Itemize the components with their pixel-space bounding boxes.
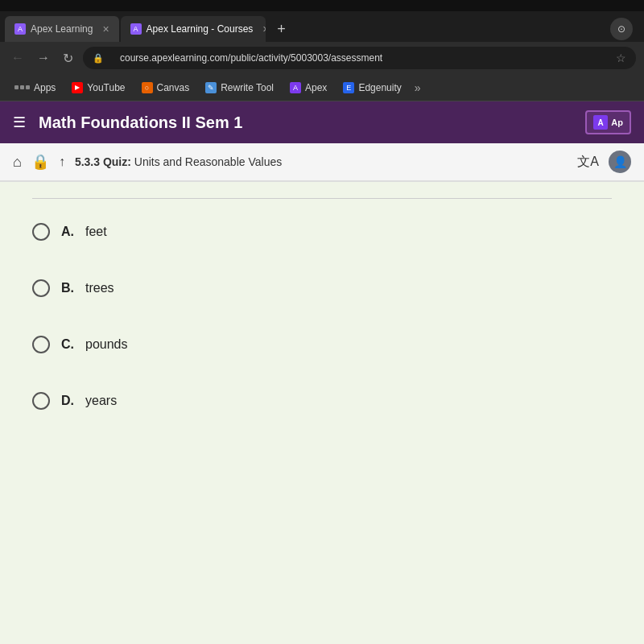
upload-icon[interactable]: ↑ [59, 155, 65, 169]
answer-option-b: B. trees [32, 279, 612, 297]
quiz-type: Quiz: [103, 155, 134, 168]
answer-label-d: D. [61, 394, 74, 408]
forward-button[interactable]: → [34, 49, 53, 67]
bookmark-canvas[interactable]: ○ Canvas [135, 80, 196, 96]
tab-label-1: Apex Learning [31, 23, 93, 35]
answer-option-a: A. feet [32, 223, 612, 241]
new-tab-button[interactable]: + [270, 18, 293, 40]
tab-close-2[interactable]: × [262, 23, 265, 35]
more-bookmarks-button[interactable]: » [415, 81, 421, 94]
refresh-button[interactable]: ↻ [60, 49, 76, 68]
tab-label-2: Apex Learning - Courses [147, 23, 254, 35]
home-icon[interactable]: ⌂ [13, 154, 22, 171]
bookmark-apps-label: Apps [34, 82, 56, 93]
radio-c[interactable] [32, 336, 50, 353]
bookmark-edgenuity[interactable]: E Edgenuity [336, 80, 407, 96]
apex-icon: A [290, 82, 301, 93]
tab-apex-learning[interactable]: A Apex Learning × [5, 16, 119, 42]
radio-a[interactable] [32, 223, 50, 241]
quiz-content: A. feet B. trees C. pounds D. years [0, 182, 644, 644]
lock-icon: 🔒 [93, 53, 104, 64]
quiz-header: ⌂ 🔒 ↑ 5.3.3 Quiz: Units and Reasonable V… [0, 143, 644, 182]
answer-text-a[interactable]: feet [85, 225, 107, 239]
bookmark-apex[interactable]: A Apex [283, 80, 333, 96]
apex-header: ☰ Math Foundations II Sem 1 A Ap [0, 101, 644, 143]
course-title: Math Foundations II Sem 1 [39, 114, 585, 132]
canvas-icon: ○ [142, 82, 153, 93]
address-bar: ← → ↻ 🔒 ☆ [0, 42, 644, 74]
answer-text-c[interactable]: pounds [85, 337, 128, 352]
radio-b[interactable] [32, 279, 50, 297]
answer-label-a: A. [61, 225, 74, 239]
tab-bar: A Apex Learning × A Apex Learning - Cour… [0, 11, 644, 42]
hamburger-menu[interactable]: ☰ [13, 114, 26, 131]
quiz-title: 5.3.3 Quiz: Units and Reasonable Values [75, 155, 568, 168]
apex-logo-icon: A [593, 115, 608, 130]
bookmark-youtube[interactable]: ▶ YouTube [65, 80, 131, 96]
apex-logo: A Ap [585, 110, 631, 134]
star-icon[interactable]: ☆ [616, 52, 626, 64]
edgenuity-icon: E [343, 82, 354, 93]
content-divider [32, 198, 612, 199]
bookmark-edgenuity-label: Edgenuity [358, 82, 401, 93]
tab-apex-courses[interactable]: A Apex Learning - Courses × [121, 16, 266, 42]
bookmark-canvas-label: Canvas [157, 82, 190, 93]
back-button[interactable]: ← [8, 49, 27, 67]
answer-label-b: B. [61, 281, 74, 295]
answer-text-d[interactable]: years [85, 394, 117, 408]
apex-logo-text: Ap [611, 118, 623, 127]
svg-text:A: A [598, 118, 604, 127]
bookmark-apex-label: Apex [305, 82, 327, 93]
account-icon[interactable]: ⊙ [610, 18, 633, 40]
lock-nav-icon: 🔒 [31, 153, 49, 171]
youtube-icon: ▶ [72, 82, 83, 93]
bookmarks-bar: Apps ▶ YouTube ○ Canvas ✎ Rewrite Tool A… [0, 74, 644, 101]
radio-d[interactable] [32, 392, 50, 410]
top-overlay [0, 0, 644, 11]
answer-label-c: C. [61, 337, 74, 352]
bookmark-youtube-label: YouTube [87, 82, 125, 93]
tab-icon-2: A [130, 23, 142, 35]
tab-close-1[interactable]: × [102, 23, 109, 35]
bookmark-apps[interactable]: Apps [8, 80, 62, 96]
bookmark-rewrite[interactable]: ✎ Rewrite Tool [199, 80, 280, 96]
quiz-subtitle: Units and Reasonable Values [134, 155, 282, 168]
tab-controls: ⊙ [610, 18, 639, 40]
browser-chrome: A Apex Learning × A Apex Learning - Cour… [0, 11, 644, 101]
translate-icon[interactable]: 文A [577, 154, 599, 171]
tab-icon-1: A [14, 23, 26, 35]
user-avatar[interactable]: 👤 [609, 151, 631, 173]
answer-option-c: C. pounds [32, 336, 612, 353]
address-input[interactable] [109, 47, 611, 69]
bookmark-rewrite-label: Rewrite Tool [221, 82, 274, 93]
apps-icon [14, 85, 30, 89]
rewrite-icon: ✎ [205, 82, 217, 93]
answer-text-b[interactable]: trees [85, 281, 114, 295]
answer-option-d: D. years [32, 392, 612, 410]
quiz-section: 5.3.3 [75, 155, 103, 168]
